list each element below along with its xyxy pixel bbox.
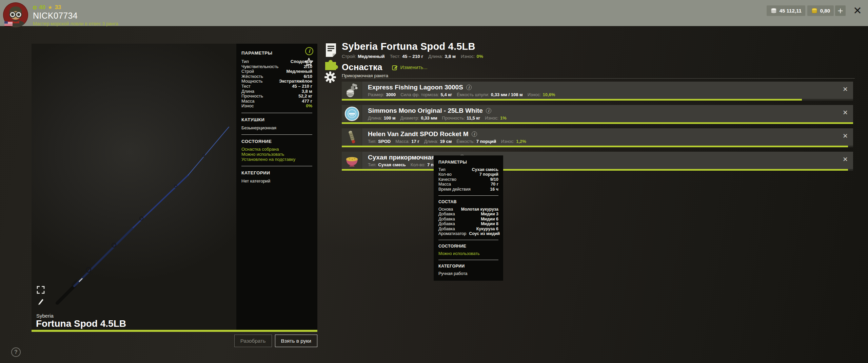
info-icon[interactable]: i xyxy=(466,85,472,90)
item-preview-panel: Syberia Fortuna Spod 4.5LB i ПАРАМЕТРЫ Т… xyxy=(32,44,317,334)
list-item: Helen Van Zandt SPOD Rocket M i Тип:SPOD… xyxy=(342,128,853,147)
panel-actions: Разобрать Взять в руки xyxy=(32,335,317,347)
spod-rocket-icon xyxy=(342,128,362,146)
gold-balance[interactable]: 0,80 xyxy=(807,5,834,16)
currency-bar: 45 112,11 0,80 + ✕ xyxy=(767,5,865,16)
rig-section-header: Оснастка Изменить... xyxy=(342,62,428,72)
close-icon[interactable]: ✕ xyxy=(853,5,862,16)
rod-brand: Syberia xyxy=(36,313,54,319)
remove-item-icon[interactable]: ✕ xyxy=(843,86,848,92)
favorite-star-icon[interactable] xyxy=(304,57,314,69)
params-list: ТипСподовое Чувствительность2/10 СтройМе… xyxy=(241,59,312,109)
groundbait-row[interactable]: Сухая прикормочная смесь i Тип:Сухая сме… xyxy=(342,152,853,169)
divider xyxy=(342,78,855,79)
topbar xyxy=(0,0,868,26)
rod-image xyxy=(32,44,236,330)
rig-subtitle: Прикормочная ракета xyxy=(342,73,388,78)
tooltip-state-value: Можно использовать xyxy=(438,251,498,256)
gold-coin-icon xyxy=(811,8,818,14)
list-item: Express Fishing Lagoon 3000S i Размер:30… xyxy=(342,82,853,101)
screen: 40 ★ 33 NICK07734 Мастер морской ловли в… xyxy=(0,0,868,363)
description-tab-icon[interactable] xyxy=(325,43,337,59)
remove-item-icon[interactable]: ✕ xyxy=(843,156,848,163)
player-rank-title: Мастер морской ловли в отвес 3 ранга xyxy=(33,21,118,26)
info-icon[interactable]: i xyxy=(305,47,313,55)
item-stats: Тип:SPOD Масса:17 г Длина:19 см Ёмкость:… xyxy=(368,139,526,144)
tooltip-categories-header: КАТЕГОРИИ xyxy=(438,264,498,269)
divider xyxy=(438,195,498,196)
durability-bar xyxy=(342,146,853,147)
edit-pencil-icon xyxy=(392,64,398,70)
player-level: 40 xyxy=(39,4,45,11)
expand-icon[interactable] xyxy=(36,285,45,296)
item-stats: Размер:3000 Сила фр. тормоза:5,4 кг Ёмко… xyxy=(368,92,555,97)
line-row[interactable]: Simmons Mono Original - 25LB White i Дли… xyxy=(342,105,853,122)
remove-item-icon[interactable]: ✕ xyxy=(843,133,848,139)
player-info: 40 ★ 33 NICK07734 Мастер морской ловли в… xyxy=(33,4,118,26)
durability-bar xyxy=(342,122,853,124)
customize-brush-icon[interactable] xyxy=(36,296,45,306)
tooltip-composition-header: СОСТАВ xyxy=(438,199,498,204)
state-list: Оснастка собрана Можно использовать Уста… xyxy=(241,147,312,162)
params-header: ПАРАМЕТРЫ xyxy=(241,50,312,56)
reel-icon xyxy=(342,82,362,99)
rocket-row[interactable]: Helen Van Zandt SPOD Rocket M i Тип:SPOD… xyxy=(342,128,853,146)
list-item: Сухая прикормочная смесь i Тип:Сухая сме… xyxy=(342,152,853,171)
tooltip-categories-value: Ручная работа xyxy=(438,271,498,276)
divider xyxy=(438,260,498,260)
disassemble-button[interactable]: Разобрать xyxy=(234,335,272,347)
categories-header: КАТЕГОРИИ xyxy=(241,170,312,175)
silver-coin-icon xyxy=(770,8,777,14)
edit-rig-link[interactable]: Изменить... xyxy=(392,64,428,70)
groundbait-bowl-icon xyxy=(342,152,362,169)
star-icon: ★ xyxy=(48,5,52,10)
take-in-hands-button[interactable]: Взять в руки xyxy=(275,335,318,347)
item-title: Simmons Mono Original - 25LB White xyxy=(368,107,483,114)
item-title: Express Fishing Lagoon 3000S xyxy=(368,84,463,91)
info-icon[interactable]: i xyxy=(486,108,491,113)
groundbait-tooltip: ПАРАМЕТРЫ ТипСухая смесь Кол-во7 порций … xyxy=(434,155,503,281)
divider xyxy=(241,113,312,113)
rig-items-list: Express Fishing Lagoon 3000S i Размер:30… xyxy=(342,82,853,175)
durability-bar xyxy=(342,99,853,101)
silver-amount: 45 112,11 xyxy=(780,8,802,14)
player-stars: 33 xyxy=(55,4,61,11)
rod-model: Fortuna Spod 4.5LB xyxy=(36,318,126,329)
title-stats: Строй:Медленный Тест:45 – 210 г Длина:3,… xyxy=(342,54,483,59)
info-icon[interactable]: i xyxy=(472,131,477,137)
remove-item-icon[interactable]: ✕ xyxy=(843,109,848,116)
reels-header: КАТУШКИ xyxy=(241,117,312,122)
durability-bar xyxy=(342,169,853,171)
level-ring-icon xyxy=(33,6,37,9)
divider xyxy=(438,240,498,240)
parameters-panel: i ПАРАМЕТРЫ ТипСподовое Чувствительность… xyxy=(236,44,317,330)
rig-tab-icon[interactable] xyxy=(324,58,338,72)
country-flag-icon xyxy=(4,21,13,27)
item-stats: Длина:100 м Диаметр:0,33 мм Прочность:11… xyxy=(368,115,507,121)
player-nickname: NICK07734 xyxy=(33,11,118,21)
help-button[interactable]: ? xyxy=(11,347,21,357)
list-item: Simmons Mono Original - 25LB White i Дли… xyxy=(342,105,853,124)
tooltip-params-header: ПАРАМЕТРЫ xyxy=(438,160,498,165)
add-funds-button[interactable]: + xyxy=(835,5,846,16)
silver-balance[interactable]: 45 112,11 xyxy=(767,5,805,16)
rod-image-view: Syberia Fortuna Spod 4.5LB xyxy=(32,44,236,330)
divider xyxy=(241,166,312,166)
line-spool-icon xyxy=(342,105,362,122)
tooltip-state-header: СОСТОЯНИЕ xyxy=(438,244,498,249)
rig-header: Оснастка xyxy=(342,62,382,72)
rod-durability-bar xyxy=(32,330,317,332)
reel-type: Безынерционная xyxy=(241,125,312,130)
state-header: СОСТОЯНИЕ xyxy=(241,139,312,144)
page-title: Syberia Fortuna Spod 4.5LB xyxy=(342,41,475,52)
divider xyxy=(241,134,312,135)
gold-amount: 0,80 xyxy=(820,8,830,14)
settings-gear-icon[interactable] xyxy=(324,71,336,85)
item-title: Helen Van Zandt SPOD Rocket M xyxy=(368,130,469,138)
reel-row[interactable]: Express Fishing Lagoon 3000S i Размер:30… xyxy=(342,82,853,99)
categories-value: Нет категорий xyxy=(241,178,312,184)
